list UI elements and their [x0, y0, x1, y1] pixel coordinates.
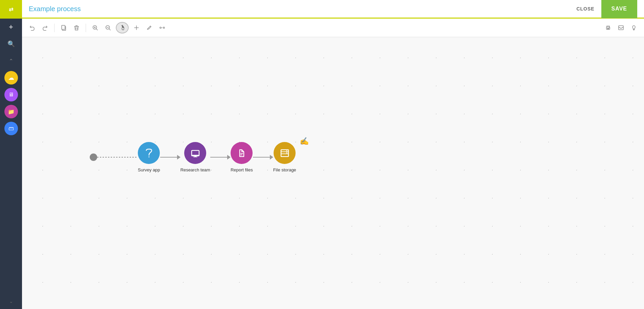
separator-1 [54, 24, 55, 32]
sidebar-bottom: ⌄ [7, 297, 15, 309]
report-files-label: Report files [231, 167, 253, 172]
cursor-indicator: ✍ [300, 137, 309, 146]
sidebar-item-folder[interactable]: 📁 [4, 105, 18, 118]
toolbar [22, 19, 644, 37]
svg-point-15 [163, 27, 165, 28]
dotted-connector [97, 157, 138, 158]
canvas[interactable]: Survey app Research team Report files [22, 37, 644, 309]
file-storage-label: File storage [273, 167, 296, 172]
research-team-node[interactable]: Research team [180, 142, 210, 172]
file-storage-circle[interactable] [274, 142, 296, 164]
hand-tool-button[interactable] [116, 22, 129, 33]
delete-button[interactable] [71, 23, 82, 32]
sidebar-item-storage[interactable]: 🗃 [4, 122, 18, 135]
left-arrow-icon: ⇄ [9, 6, 13, 13]
separator-2 [86, 24, 86, 32]
zoom-in-button[interactable] [90, 23, 100, 32]
connector-3 [253, 155, 273, 160]
svg-point-14 [160, 27, 161, 28]
svg-line-13 [150, 26, 151, 27]
left-sidebar: ⇄ + 🔍 ⌃ ☁ 🖥 📁 🗃 ⌄ [0, 0, 22, 309]
zoom-out-button[interactable] [103, 23, 113, 32]
report-files-circle[interactable] [231, 142, 253, 164]
add-node-button[interactable] [131, 23, 142, 32]
svg-point-33 [286, 150, 287, 151]
chevron-down-icon[interactable]: ⌄ [7, 297, 15, 306]
survey-app-circle[interactable] [138, 142, 160, 164]
pen-button[interactable] [144, 23, 154, 32]
page-title: Example process [29, 5, 570, 13]
redo-button[interactable] [40, 23, 50, 32]
svg-point-19 [609, 27, 610, 28]
connect-button[interactable] [157, 23, 167, 32]
survey-app-node[interactable]: Survey app [138, 142, 160, 172]
print-button[interactable] [603, 23, 613, 32]
sidebar-item-monitor[interactable]: 🖥 [4, 88, 18, 101]
process-flow: Survey app Research team Report files [90, 142, 296, 172]
save-button[interactable]: SAVE [601, 0, 637, 18]
bulb-button[interactable] [629, 23, 639, 32]
search-icon[interactable]: 🔍 [0, 35, 22, 52]
connector-1 [160, 155, 180, 160]
survey-app-label: Survey app [138, 167, 160, 172]
start-dot [90, 153, 97, 161]
svg-rect-30 [281, 150, 288, 157]
svg-point-34 [286, 152, 287, 153]
svg-rect-1 [62, 25, 65, 29]
svg-rect-18 [607, 28, 609, 29]
research-team-label: Research team [180, 167, 210, 172]
close-button[interactable]: CLOSE [570, 3, 601, 14]
report-files-node[interactable]: Report files [231, 142, 253, 172]
add-icon[interactable]: + [0, 19, 22, 35]
file-storage-node[interactable]: File storage [273, 142, 296, 172]
sidebar-top-bar: ⇄ [0, 0, 22, 19]
sidebar-item-cloud[interactable]: ☁ [4, 71, 18, 85]
toolbar-right [603, 23, 639, 32]
connector-2 [210, 155, 231, 160]
svg-line-5 [96, 29, 98, 30]
undo-button[interactable] [27, 23, 37, 32]
svg-line-9 [109, 29, 111, 30]
top-bar: Example process CLOSE SAVE [0, 0, 644, 19]
svg-point-23 [148, 156, 149, 157]
research-team-circle[interactable] [184, 142, 206, 164]
copy-button[interactable] [59, 23, 69, 32]
chevron-up-icon[interactable]: ⌃ [0, 52, 22, 69]
share-button[interactable] [616, 23, 626, 32]
